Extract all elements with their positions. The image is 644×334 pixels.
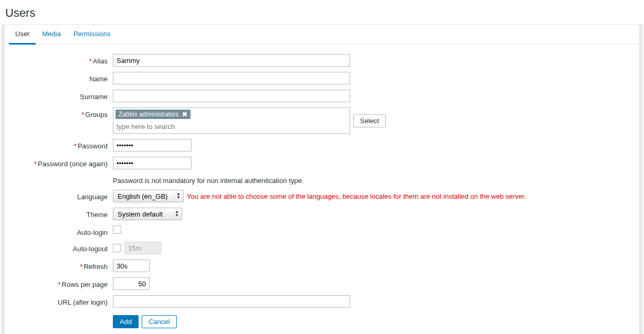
select-button[interactable]: Select <box>353 114 386 127</box>
url-input[interactable] <box>113 295 350 308</box>
label-autologout: Auto-logout <box>10 242 113 253</box>
tabs-bar: User Media Permissions <box>5 25 639 45</box>
label-refresh: *Refresh <box>10 260 113 271</box>
autologout-checkbox[interactable] <box>113 244 121 252</box>
autologin-checkbox[interactable] <box>113 225 121 234</box>
label-url: URL (after login) <box>10 295 113 306</box>
rows-input[interactable] <box>113 277 150 290</box>
password-hint: Password is not mandatory for non intern… <box>113 175 304 185</box>
label-theme: Theme <box>10 208 113 219</box>
group-tag-label: Zabbix administrators <box>119 111 179 118</box>
cancel-button[interactable]: Cancel <box>142 315 176 328</box>
tab-user[interactable]: User <box>9 25 36 45</box>
page-title: Users <box>0 0 644 24</box>
label-rows: *Rows per page <box>10 277 113 288</box>
add-button[interactable]: Add <box>113 315 139 328</box>
label-name: Name <box>10 72 113 83</box>
refresh-input[interactable] <box>113 260 150 272</box>
surname-input[interactable] <box>113 90 350 102</box>
label-groups: *Groups <box>10 107 113 118</box>
name-input[interactable] <box>113 72 350 84</box>
label-password2: *Password (once again) <box>10 157 113 168</box>
language-select[interactable]: English (en_GB) <box>113 190 184 202</box>
groups-multiselect[interactable]: Zabbix administrators ✖ <box>113 107 350 134</box>
tabs-container: User Media Permissions *Alias Name S <box>4 24 640 334</box>
tab-permissions[interactable]: Permissions <box>67 25 117 44</box>
groups-search-input[interactable] <box>115 121 347 132</box>
group-tag[interactable]: Zabbix administrators ✖ <box>115 110 191 119</box>
form-area: *Alias Name Surname *Gr <box>5 45 639 334</box>
autologout-input <box>124 242 161 254</box>
label-language: Language <box>10 190 113 201</box>
alias-input[interactable] <box>113 54 350 67</box>
language-warning: You are not able to choose some of the l… <box>187 192 526 200</box>
close-icon[interactable]: ✖ <box>182 111 187 118</box>
label-password: *Password <box>10 139 113 150</box>
label-autologin: Auto-login <box>10 225 113 236</box>
theme-select[interactable]: System default <box>113 208 182 220</box>
label-surname: Surname <box>10 90 113 101</box>
tab-media[interactable]: Media <box>36 25 67 44</box>
password2-input[interactable] <box>113 157 192 169</box>
panel-wrap: User Media Permissions *Alias Name S <box>1 24 643 334</box>
label-alias: *Alias <box>10 54 113 65</box>
password-input[interactable] <box>113 139 192 152</box>
